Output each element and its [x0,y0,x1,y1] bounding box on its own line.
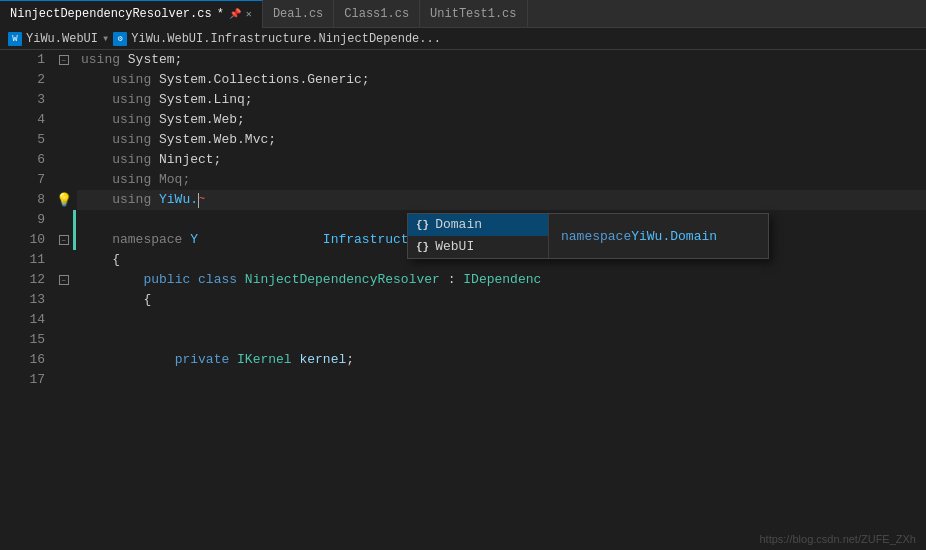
code-line-2: using System.Collections.Generic; [77,70,926,90]
semicolon-16: ; [346,350,354,370]
line-num-15: 15 [0,330,45,350]
line-num-2: 2 [0,70,45,90]
ns-3: System.Linq; [159,90,253,110]
kw-using-6: using [81,150,159,170]
ac-desc-kw-namespace: namespace [561,229,631,244]
code-line-17 [77,370,926,390]
tab-unittest[interactable]: UnitTest1.cs [420,0,527,28]
kw-using-5: using [81,130,159,150]
kw-using-4: using [81,110,159,130]
line-num-1: 1 [0,50,45,70]
squiggle-indicator: ~ [199,190,205,210]
line-num-9: 9 [0,210,45,230]
brace-open-13: { [81,290,151,310]
tab-ninject-modified: * [217,7,224,21]
ns-system-1: System; [128,50,183,70]
code-line-1: using System; [77,50,926,70]
ns-4: System.Web; [159,110,245,130]
code-line-15 [77,330,926,350]
collapse-btn-1[interactable]: − [59,55,69,65]
tab-deal[interactable]: Deal.cs [263,0,334,28]
class-name: NinjectDependencyResolver [245,270,448,290]
line-num-12: 12 [0,270,45,290]
tab-class1-label: Class1.cs [344,7,409,21]
breadcrumb-bar: W YiWu.WebUI ▾ ⚙ YiWu.WebUI.Infrastructu… [0,28,926,50]
line-num-14: 14 [0,310,45,330]
ac-item-domain[interactable]: {} Domain [408,214,548,236]
line-num-16: 16 [0,350,45,370]
indent-12 [81,270,143,290]
ns-2: System.Collections.Generic; [159,70,370,90]
ns-yiwu-10: Y [190,230,198,250]
kw-public: public [143,270,198,290]
code-line-16: private IKernel kernel; [77,350,926,370]
type-ikernel: IKernel [237,350,299,370]
breadcrumb-fullpath[interactable]: YiWu.WebUI.Infrastructure.NinjectDepende… [131,32,441,46]
line-num-3: 3 [0,90,45,110]
class-icon: ⚙ [113,32,127,46]
ac-icon-domain: {} [416,214,429,236]
kw-class: class [198,270,245,290]
line-num-6: 6 [0,150,45,170]
var-kernel: kernel [299,350,346,370]
ac-label-webui: WebUI [435,236,474,258]
indent-16 [81,350,175,370]
line-num-17: 17 [0,370,45,390]
breadcrumb-namespace[interactable]: YiWu.WebUI [26,32,98,46]
ac-item-webui[interactable]: {} WebUI [408,236,548,258]
code-line-5: using System.Web.Mvc; [77,130,926,150]
editor-area: 1 2 3 4 5 6 7 8 9 10 11 12 13 14 15 16 1… [0,50,926,550]
ac-label-domain: Domain [435,214,482,236]
line-num-13: 13 [0,290,45,310]
ns-rest-10 [198,230,323,250]
autocomplete-dropdown: {} Domain {} WebUI namespace YiWu.Domain [407,213,769,259]
collapse-btn-12[interactable]: − [59,275,69,285]
ns-7: Moq; [159,170,190,190]
code-area[interactable]: using System; using System.Collections.G… [77,50,926,550]
kw-namespace: namespace [81,230,190,250]
kw-private: private [175,350,237,370]
tab-ninject-close[interactable]: ✕ [246,8,252,20]
kw-using-7: using [81,170,159,190]
kw-using-1: using [81,50,128,70]
autocomplete-list: {} Domain {} WebUI [408,214,548,258]
kw-using-3: using [81,90,159,110]
code-line-14 [77,310,926,330]
line-num-11: 11 [0,250,45,270]
autocomplete-description: namespace YiWu.Domain [548,214,768,258]
indicator-strip: − − − 💡 [55,50,77,550]
code-line-3: using System.Linq; [77,90,926,110]
tab-ninject-label: NinjectDependencyResolver.cs [10,7,212,21]
colon: : [448,270,464,290]
ac-desc-ns-value: YiWu.Domain [631,229,717,244]
line-num-10: 10 [0,230,45,250]
green-indicator-bar [73,210,76,250]
tab-bar: NinjectDependencyResolver.cs * 📌 ✕ Deal.… [0,0,926,28]
namespace-icon: W [8,32,22,46]
line-num-7: 7 [0,170,45,190]
code-line-4: using System.Web; [77,110,926,130]
code-line-12: public class NinjectDependencyResolver :… [77,270,926,290]
line-num-8: 8 [0,190,45,210]
code-line-13: { [77,290,926,310]
line-num-4: 4 [0,110,45,130]
line-num-5: 5 [0,130,45,150]
brace-open: { [81,250,120,270]
breadcrumb-separator: ▾ [102,31,109,46]
collapse-btn-10[interactable]: − [59,235,69,245]
iface-name: IDependenc [463,270,541,290]
ac-icon-webui: {} [416,236,429,258]
ns-yiwu: YiWu. [159,190,198,210]
tab-deal-label: Deal.cs [273,7,323,21]
kw-using-2: using [81,70,159,90]
tab-class1[interactable]: Class1.cs [334,0,420,28]
tab-ninject-pin[interactable]: 📌 [229,8,241,20]
kw-using-8: using [81,190,159,210]
watermark: https://blog.csdn.net/ZUFE_ZXh [759,533,916,545]
tab-ninject[interactable]: NinjectDependencyResolver.cs * 📌 ✕ [0,0,263,28]
lightbulb-icon[interactable]: 💡 [56,192,72,208]
line-number-gutter: 1 2 3 4 5 6 7 8 9 10 11 12 13 14 15 16 1… [0,50,55,550]
ns-5: System.Web.Mvc; [159,130,276,150]
code-line-7: using Moq; [77,170,926,190]
tab-unittest-label: UnitTest1.cs [430,7,516,21]
